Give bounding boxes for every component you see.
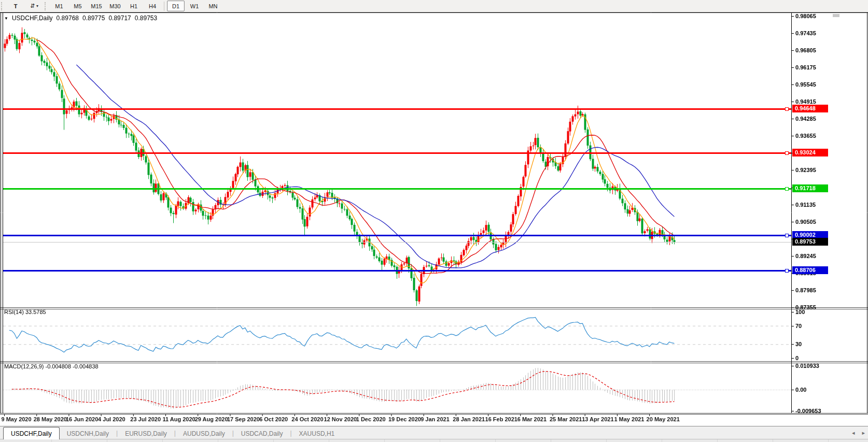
timeframe-button-d1[interactable]: D1 (167, 1, 185, 11)
timeframe-button-m1[interactable]: M1 (50, 1, 68, 11)
date-tick-label: 9 Jan 2021 (421, 416, 450, 422)
open-value: 0.89768 (57, 15, 79, 22)
chart-tab-eurusd[interactable]: EURUSD,Daily (118, 428, 174, 439)
price-tick-label: 0.93655 (795, 133, 816, 139)
price-tick-label: 0.97435 (795, 30, 816, 36)
status-divider (662, 439, 662, 442)
date-tick-label: 11 Aug 2020 (163, 416, 195, 422)
status-divider (273, 439, 274, 442)
date-tick-label: 25 Mar 2021 (550, 416, 582, 422)
candlestick-chart-canvas[interactable] (0, 12, 868, 426)
chart-tab-usdchf[interactable]: USDCHF,Daily (3, 427, 60, 439)
date-tick-label: 12 Nov 2020 (324, 416, 357, 422)
chart-tab-usdcad[interactable]: USDCAD,Daily (234, 428, 290, 439)
chart-window: ▼ USDCHF,Daily 0.89768 0.89775 0.89717 0… (0, 12, 868, 426)
hline-price-badge: 0.93024 (792, 149, 828, 156)
macd-tick-label: -0.009653 (795, 408, 821, 414)
status-divider (551, 439, 551, 442)
status-divider (717, 439, 718, 442)
date-tick-label: 29 Aug 2020 (195, 416, 228, 422)
toolbar-grip (1, 2, 5, 10)
macd-tick-label: 0.00 (795, 387, 806, 393)
timeframe-button-m5[interactable]: M5 (69, 1, 87, 11)
chart-tab-audusd[interactable]: AUDUSD,Daily (176, 428, 232, 439)
price-tick-label: 0.98065 (795, 13, 816, 19)
status-divider (162, 439, 163, 442)
status-divider (384, 439, 385, 442)
status-divider (495, 439, 496, 442)
chart-tab-usdcnh[interactable]: USDCNH,Daily (60, 428, 116, 439)
status-divider (218, 439, 218, 442)
date-tick-label: 16 Feb 2021 (485, 416, 517, 422)
status-divider (329, 439, 329, 442)
rsi-indicator-label: RSI(14) 33.5785 (4, 309, 46, 315)
price-tick-label: 0.95545 (795, 81, 816, 88)
text-tool-button[interactable]: T (7, 1, 24, 11)
low-value: 0.89717 (108, 15, 131, 22)
price-tick-label: 0.96175 (795, 64, 816, 70)
mt4-window: T ⇵ ▾ M1M5M15M30H1H4D1W1MN ▼ USDCHF,Dail… (0, 0, 868, 442)
hline-price-badge: 0.88706 (792, 266, 828, 274)
hline-price-badge: 0.91718 (792, 184, 828, 192)
price-tick-label: 0.94915 (795, 98, 816, 105)
rsi-tick-label: 100 (795, 309, 805, 315)
price-tick-label: 0.94285 (795, 116, 816, 122)
symbol-period-label: USDCHF,Daily (12, 15, 53, 22)
date-tick-label: 6 Mar 2021 (517, 416, 547, 422)
toolbar: T ⇵ ▾ M1M5M15M30H1H4D1W1MN (0, 0, 868, 12)
rsi-tick-label: 0 (795, 355, 799, 361)
date-tick-label: 17 Sep 2020 (227, 416, 260, 422)
toolbar-grip (45, 2, 48, 10)
date-tick-label: 24 Oct 2020 (291, 416, 323, 422)
close-value: 0.89753 (135, 15, 157, 22)
chart-tab-xauusd[interactable]: XAUUSD,H1 (292, 428, 342, 439)
price-tick-label: 0.90505 (795, 219, 816, 225)
hline-price-badge: 0.94648 (792, 105, 828, 112)
date-tick-label: 4 Jul 2020 (98, 416, 125, 422)
date-tick-label: 19 Dec 2020 (388, 416, 421, 422)
price-tick-label: 0.91135 (795, 202, 816, 208)
date-tick-label: 28 Jan 2021 (453, 416, 485, 422)
price-tick-label: 0.92395 (795, 167, 816, 173)
timeframe-button-m30[interactable]: M30 (106, 1, 124, 11)
timeframe-button-group: M1M5M15M30H1H4D1W1MN (50, 1, 222, 11)
current-price-badge: 0.89753 (792, 238, 828, 246)
status-divider (828, 439, 829, 442)
date-tick-label: 6 Oct 2020 (259, 416, 288, 422)
status-divider (773, 439, 773, 442)
price-tick-label: 0.89245 (795, 253, 816, 259)
timeframe-button-w1[interactable]: W1 (186, 1, 203, 11)
date-tick-label: 16 Jun 2020 (66, 416, 98, 422)
price-tick-label: 0.96805 (795, 47, 816, 53)
toolbar-separator (164, 2, 164, 11)
date-tick-label: 9 May 2020 (2, 416, 32, 422)
macd-tick-label: 0.010933 (795, 363, 819, 369)
cycler-icon: ⇵ (30, 3, 35, 9)
status-bar (0, 439, 868, 442)
high-value: 0.89775 (82, 15, 105, 22)
tab-scroll-left-button[interactable]: ◂ (852, 430, 855, 436)
date-tick-label: 13 Apr 2021 (582, 416, 613, 422)
chart-title: ▼ USDCHF,Daily 0.89768 0.89775 0.89717 0… (4, 15, 157, 22)
date-tick-label: 23 Jul 2020 (130, 416, 161, 422)
date-tick-label: 20 May 2021 (647, 416, 680, 422)
rsi-tick-label: 70 (795, 323, 802, 329)
date-tick-label: 28 May 2020 (34, 416, 67, 422)
timeframe-button-h4[interactable]: H4 (144, 1, 161, 11)
macd-indicator-label: MACD(12,26,9) -0.004808 -0.004838 (4, 363, 99, 369)
timeframe-button-m15[interactable]: M15 (88, 1, 105, 11)
date-tick-label: 1 May 2021 (614, 416, 644, 422)
timeframe-button-mn[interactable]: MN (204, 1, 222, 11)
chevron-down-icon: ▾ (36, 4, 38, 8)
chart-tab-bar: ◂ ▸ USDCHF,DailyUSDCNH,Daily|EURUSD,Dail… (0, 426, 868, 439)
price-tick-label: 0.87985 (795, 287, 816, 293)
rsi-tick-label: 30 (795, 341, 802, 347)
status-divider (51, 439, 52, 442)
status-divider (107, 439, 107, 442)
timeframe-button-h1[interactable]: H1 (125, 1, 143, 11)
chart-cycler-button[interactable]: ⇵ ▾ (25, 1, 43, 11)
date-tick-label: 1 Dec 2020 (356, 416, 386, 422)
chart-dropdown-icon[interactable]: ▼ (4, 16, 8, 21)
status-divider (606, 439, 607, 442)
tab-scroll-right-button[interactable]: ▸ (862, 430, 865, 436)
